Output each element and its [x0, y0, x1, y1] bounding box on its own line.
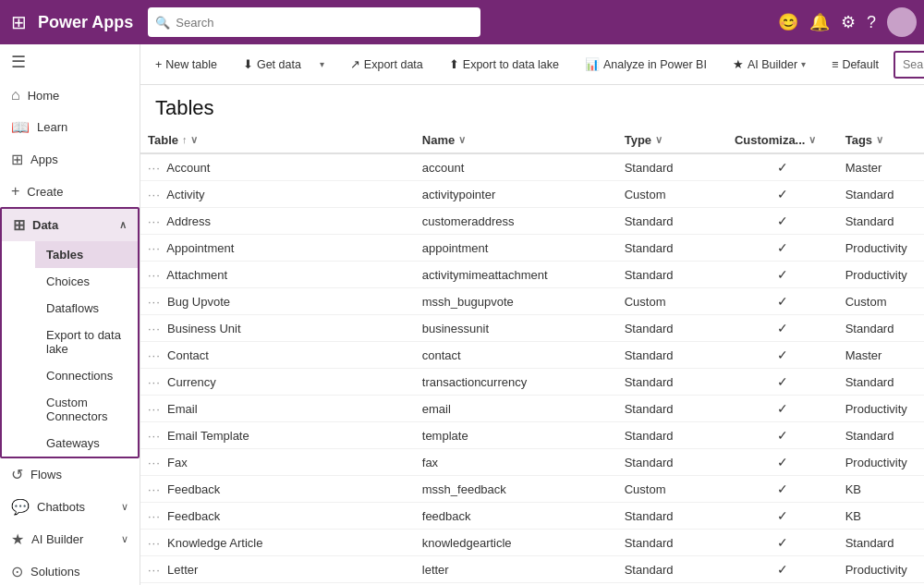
sidebar-item-learn[interactable]: 📖 Learn — [0, 111, 140, 143]
col-header-table[interactable]: Table ↑ ∨ — [140, 128, 415, 153]
data-icon: ⊞ — [13, 216, 25, 234]
row-dots-12[interactable]: ··· — [148, 482, 161, 496]
cell-table-0: ··· Account — [140, 153, 415, 181]
row-dots-2[interactable]: ··· — [148, 214, 161, 228]
table-row[interactable]: ··· Attachment activitymimeattachment St… — [140, 262, 924, 288]
sidebar-item-apps[interactable]: ⊞ Apps — [0, 143, 140, 176]
table-row[interactable]: ··· Business Unit businessunit Standard … — [140, 315, 924, 342]
user-avatar[interactable] — [887, 7, 917, 37]
analyze-button[interactable]: 📊 Analyze in Power BI — [578, 54, 714, 75]
sidebar-toggle[interactable]: ☰ — [0, 44, 140, 79]
face-icon[interactable]: 😊 — [778, 12, 798, 32]
row-dots-6[interactable]: ··· — [148, 322, 161, 335]
row-dots-8[interactable]: ··· — [148, 375, 161, 389]
col-header-tags[interactable]: Tags ∨ — [838, 128, 924, 153]
table-row[interactable]: ··· Email email Standard ✓ Productivity — [140, 396, 924, 422]
cell-tags-6: Standard — [838, 315, 924, 342]
cell-tags-13: KB — [838, 503, 924, 530]
cell-tags-11: Productivity — [838, 449, 924, 476]
tags-sort-icon[interactable]: ∨ — [876, 134, 883, 146]
sidebar-item-create[interactable]: + Create — [0, 176, 140, 207]
cell-custom-0: ✓ — [727, 153, 838, 181]
row-dots-11[interactable]: ··· — [148, 456, 161, 469]
table-row[interactable]: ··· Currency transactioncurrency Standar… — [140, 369, 924, 396]
cell-table-12: ··· Feedback — [140, 476, 415, 503]
new-table-button[interactable]: + New table — [148, 55, 225, 75]
cell-name-6: businessunit — [415, 315, 617, 342]
cell-table-15: ··· Letter — [140, 556, 415, 583]
checkmark-5: ✓ — [777, 294, 788, 309]
row-dots-15[interactable]: ··· — [148, 563, 161, 577]
global-search-box[interactable]: 🔍 — [148, 7, 480, 37]
cell-table-1: ··· Activity — [140, 181, 415, 208]
name-sort-icon[interactable]: ∨ — [458, 134, 466, 146]
sidebar-sub-custom-connectors[interactable]: Custom Connectors — [35, 389, 138, 430]
type-sort-icon[interactable]: ∨ — [655, 134, 663, 146]
row-dots-10[interactable]: ··· — [148, 429, 161, 443]
cell-custom-9: ✓ — [727, 396, 838, 422]
sidebar-item-data[interactable]: ⊞ Data ∧ — [2, 209, 138, 241]
global-search-input[interactable] — [176, 16, 473, 30]
table-row[interactable]: ··· Address customeraddress Standard ✓ S… — [140, 208, 924, 235]
row-dots-13[interactable]: ··· — [148, 509, 161, 523]
custom-sort-icon[interactable]: ∨ — [808, 134, 816, 146]
ai-builder-chevron-icon: ▾ — [801, 59, 806, 69]
sidebar-item-ai-builder[interactable]: ★ AI Builder ∨ — [0, 523, 140, 555]
table-sort-icon[interactable]: ↑ ∨ — [182, 134, 198, 146]
export-data-button[interactable]: ↗ Export data — [343, 54, 431, 75]
default-icon: ≡ — [832, 58, 838, 71]
cell-custom-15: ✓ — [727, 556, 838, 583]
table-row[interactable]: ··· Bug Upvote mssh_bugupvote Custom ✓ C… — [140, 288, 924, 315]
bell-icon[interactable]: 🔔 — [809, 12, 830, 32]
col-header-type[interactable]: Type ∨ — [617, 128, 727, 153]
row-dots-7[interactable]: ··· — [148, 348, 161, 362]
ai-builder-icon: ★ — [11, 530, 24, 548]
table-row[interactable]: ··· Account account Standard ✓ Master — [140, 153, 924, 181]
row-dots-3[interactable]: ··· — [148, 241, 161, 255]
sidebar-sub-connections[interactable]: Connections — [35, 362, 138, 389]
row-dots-4[interactable]: ··· — [148, 268, 161, 282]
table-search-input[interactable] — [894, 51, 924, 79]
export-lake-button[interactable]: ⬆ Export to data lake — [442, 54, 566, 75]
table-row[interactable]: ··· Activity activitypointer Custom ✓ St… — [140, 181, 924, 208]
table-row[interactable]: ··· Contact contact Standard ✓ Master — [140, 342, 924, 369]
table-row[interactable]: ··· Feedback feedback Standard ✓ KB — [140, 503, 924, 530]
sidebar-item-home[interactable]: ⌂ Home — [0, 79, 140, 111]
row-dots-0[interactable]: ··· — [148, 161, 161, 175]
sidebar-sub-gateways[interactable]: Gateways — [35, 430, 138, 457]
sidebar-sub-choices[interactable]: Choices — [35, 268, 138, 295]
cell-name-4: activitymimeattachment — [415, 262, 617, 288]
table-row[interactable]: ··· Fax fax Standard ✓ Productivity — [140, 449, 924, 476]
col-header-customizable[interactable]: Customiza... ∨ — [727, 128, 838, 153]
sidebar-item-solutions[interactable]: ⊙ Solutions — [0, 555, 140, 585]
default-button[interactable]: ≡ Default — [824, 55, 886, 75]
settings-icon[interactable]: ⚙ — [841, 12, 856, 32]
get-data-dropdown[interactable]: ▾ — [312, 55, 332, 73]
row-dots-9[interactable]: ··· — [148, 402, 161, 416]
table-row[interactable]: ··· Feedback mssh_feedback Custom ✓ KB — [140, 476, 924, 503]
row-dots-14[interactable]: ··· — [148, 536, 161, 550]
row-dots-5[interactable]: ··· — [148, 295, 161, 309]
table-row[interactable]: ··· Letter letter Standard ✓ Productivit… — [140, 556, 924, 583]
grid-icon[interactable]: ⊞ — [7, 7, 30, 37]
row-dots-1[interactable]: ··· — [148, 188, 161, 201]
table-row[interactable]: ··· Email Template template Standard ✓ S… — [140, 422, 924, 449]
cell-tags-1: Standard — [838, 181, 924, 208]
cell-type-1: Custom — [617, 181, 727, 208]
cell-table-8: ··· Currency — [140, 369, 415, 396]
sidebar-item-chatbots[interactable]: 💬 Chatbots ∨ — [0, 491, 140, 523]
cell-table-6: ··· Business Unit — [140, 315, 415, 342]
sidebar-item-flows[interactable]: ↺ Flows — [0, 458, 140, 491]
get-data-button[interactable]: ⬇ Get data — [236, 54, 309, 75]
ai-builder-toolbar-button[interactable]: ★ AI Builder ▾ — [725, 54, 813, 75]
cell-tags-2: Standard — [838, 208, 924, 235]
table-row[interactable]: ··· Appointment appointment Standard ✓ P… — [140, 235, 924, 262]
sidebar-sub-dataflows[interactable]: Dataflows — [35, 295, 138, 322]
sidebar-sub-tables[interactable]: Tables — [35, 241, 138, 268]
sidebar-sub-export-lake[interactable]: Export to data lake — [35, 322, 138, 362]
col-header-name[interactable]: Name ∨ — [415, 128, 617, 153]
cell-tags-5: Custom — [838, 288, 924, 315]
table-row[interactable]: ··· Knowledge Article knowledgearticle S… — [140, 530, 924, 556]
help-icon[interactable]: ? — [867, 13, 876, 32]
cell-custom-6: ✓ — [727, 315, 838, 342]
